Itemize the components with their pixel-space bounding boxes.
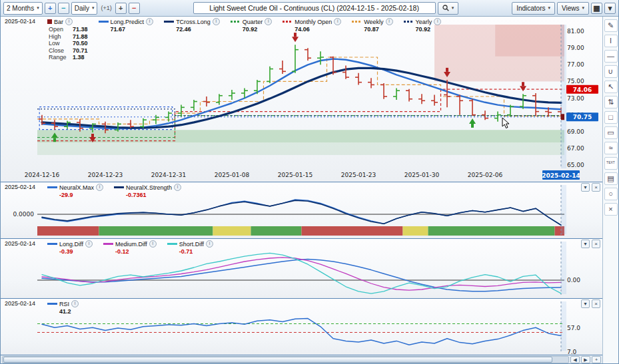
indicators-button[interactable]: Indicators ▾ bbox=[512, 2, 555, 15]
svg-text:0.0000: 0.0000 bbox=[13, 211, 35, 218]
info-icon[interactable]: i bbox=[213, 18, 220, 25]
neuralx-chart[interactable]: 0.0000 bbox=[1, 182, 602, 238]
views-label: Views bbox=[562, 5, 580, 12]
scroll-plus-button[interactable]: + bbox=[592, 356, 601, 363]
interval-offset-label: (+1) bbox=[101, 5, 111, 11]
updown-arrows-icon[interactable]: ⇅ bbox=[604, 96, 618, 108]
interval-value: Daily bbox=[75, 5, 89, 12]
svg-text:67.00: 67.00 bbox=[567, 145, 584, 152]
collapse-panel-button[interactable]: ▾ bbox=[581, 183, 590, 192]
info-icon[interactable]: i bbox=[71, 300, 79, 307]
chevron-down-icon: ▾ bbox=[548, 5, 550, 11]
svg-text:2024-12-23: 2024-12-23 bbox=[88, 172, 123, 178]
interval-select[interactable]: Daily ▾ bbox=[71, 2, 98, 15]
chevron-down-icon: ▾ bbox=[92, 5, 95, 11]
info-icon[interactable]: i bbox=[65, 18, 73, 25]
chevron-down-icon: ▾ bbox=[452, 5, 454, 11]
svg-text:7.0: 7.0 bbox=[567, 349, 577, 355]
magnet-icon[interactable]: ∪ bbox=[604, 65, 618, 78]
diff-panel: 0.00 2025-02-14Long.Diffi-0.39Medium.Dif… bbox=[1, 238, 602, 298]
layout-grid-button[interactable]: ▦ bbox=[591, 3, 602, 14]
scroll-left-button[interactable]: ◀ bbox=[570, 356, 580, 363]
top-toolbar: 2 Months ▾ + − Daily ▾ (+1) + − Light Sw… bbox=[1, 0, 618, 17]
svg-text:2025-01-23: 2025-01-23 bbox=[341, 172, 376, 178]
scrollbar-thumb[interactable] bbox=[3, 357, 552, 363]
svg-text:2024-12-31: 2024-12-31 bbox=[151, 172, 186, 178]
svg-text:2024-12-16: 2024-12-16 bbox=[25, 172, 60, 178]
scrollbar-track[interactable] bbox=[2, 356, 569, 363]
svg-text:2025-01-08: 2025-01-08 bbox=[215, 172, 250, 178]
toolbar-menu-button[interactable]: ▾ bbox=[604, 3, 616, 14]
chevron-down-icon: ▾ bbox=[37, 5, 39, 11]
svg-text:75.00: 75.00 bbox=[567, 78, 584, 85]
wave-icon[interactable]: ≈ bbox=[604, 142, 618, 154]
indicators-label: Indicators bbox=[516, 5, 545, 12]
close-panel-button[interactable]: × bbox=[592, 183, 600, 192]
svg-text:2025-02-14: 2025-02-14 bbox=[542, 172, 580, 179]
svg-text:0.00: 0.00 bbox=[567, 277, 580, 283]
range-minus-button[interactable]: − bbox=[58, 3, 69, 14]
ellipse-icon[interactable]: ○ bbox=[604, 188, 618, 200]
svg-text:2025-02-06: 2025-02-06 bbox=[468, 172, 503, 178]
svg-text:79.00: 79.00 bbox=[567, 45, 584, 51]
svg-text:57.0: 57.0 bbox=[567, 325, 580, 331]
range-value: 2 Months bbox=[7, 5, 34, 12]
rsi-panel: 57.07.0 2025-02-14RSIi41.2 ▾ × bbox=[1, 298, 602, 355]
horizontal-scrollbar[interactable]: ◀ ▶ + bbox=[1, 355, 602, 364]
collapse-panel-button[interactable]: ▾ bbox=[581, 240, 590, 248]
svg-text:69.00: 69.00 bbox=[567, 128, 584, 135]
neuralx-panel: 0.0000 2025-02-14NeuralX.Maxi-29.9Neural… bbox=[1, 182, 602, 238]
svg-text:74.06: 74.06 bbox=[573, 87, 592, 93]
svg-text:81.00: 81.00 bbox=[567, 28, 584, 35]
search-icon bbox=[442, 5, 449, 11]
info-icon[interactable]: i bbox=[96, 184, 103, 191]
info-icon[interactable]: i bbox=[149, 240, 157, 248]
range-select[interactable]: 2 Months ▾ bbox=[3, 2, 43, 15]
close-panel-button[interactable]: × bbox=[592, 299, 600, 308]
svg-text:65.00: 65.00 bbox=[567, 162, 584, 168]
close-tool-icon[interactable]: × bbox=[604, 203, 618, 216]
scroll-right-button[interactable]: ▶ bbox=[581, 356, 590, 363]
svg-text:73.00: 73.00 bbox=[567, 95, 584, 102]
main-price-panel: 81.0079.0077.0075.0073.0071.0069.0067.00… bbox=[1, 17, 602, 182]
svg-text:2025-01-30: 2025-01-30 bbox=[404, 172, 440, 178]
channel-icon[interactable]: ▤ bbox=[604, 172, 618, 185]
svg-text:70.75: 70.75 bbox=[573, 114, 592, 120]
rsi-chart[interactable]: 57.07.0 bbox=[1, 299, 602, 355]
svg-text:77.00: 77.00 bbox=[567, 61, 584, 68]
close-panel-button[interactable]: × bbox=[592, 240, 600, 248]
info-icon[interactable]: i bbox=[386, 18, 393, 25]
square-icon[interactable]: □ bbox=[604, 111, 618, 124]
diff-chart[interactable]: 0.00 bbox=[1, 239, 602, 298]
text-tool-icon[interactable]: TEXT bbox=[604, 157, 618, 170]
main-price-chart[interactable]: 81.0079.0077.0075.0073.0071.0069.0067.00… bbox=[1, 17, 602, 182]
rectangle-icon[interactable]: ▭ bbox=[604, 126, 618, 139]
svg-text:2025-01-15: 2025-01-15 bbox=[278, 172, 312, 178]
info-icon[interactable]: i bbox=[85, 240, 93, 248]
trendline-icon[interactable]: — bbox=[604, 50, 618, 63]
bars-plus-button[interactable]: + bbox=[115, 3, 127, 14]
range-plus-button[interactable]: + bbox=[45, 3, 56, 14]
bars-minus-button[interactable]: − bbox=[129, 3, 140, 14]
views-button[interactable]: Views ▾ bbox=[557, 2, 589, 15]
collapse-panel-button[interactable]: ▾ bbox=[581, 299, 590, 308]
search-button[interactable]: ▾ bbox=[438, 2, 459, 15]
drawing-tool-strip: ✎I—∪↖⇅□▭≈TEXT▤○× bbox=[602, 17, 618, 364]
chevron-down-icon: ▾ bbox=[582, 5, 585, 11]
pencil-icon[interactable]: ✎ bbox=[604, 19, 618, 32]
pointer-icon[interactable]: ↖ bbox=[604, 81, 618, 93]
text-cursor-icon[interactable]: I bbox=[604, 35, 618, 47]
symbol-title[interactable]: Light Sweet Crude Oil - Continuous (CL) … bbox=[193, 2, 436, 14]
trading-app-window: 2 Months ▾ + − Daily ▾ (+1) + − Light Sw… bbox=[0, 0, 619, 364]
